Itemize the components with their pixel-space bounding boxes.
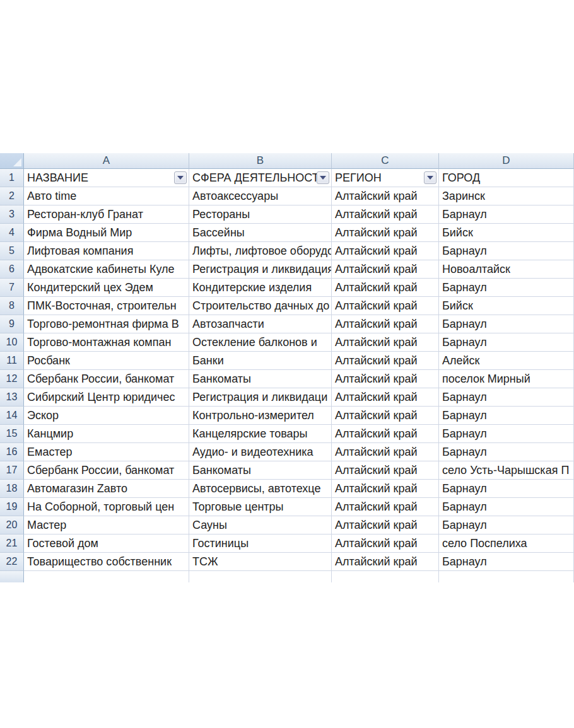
cell-a[interactable]: Торгово-монтажная компан: [24, 333, 189, 352]
row-number[interactable]: 22: [0, 553, 24, 571]
cell-a[interactable]: Емастер: [24, 443, 189, 461]
row-number[interactable]: 12: [0, 370, 24, 388]
header-cell-sfera[interactable]: СФЕРА ДЕЯТЕЛЬНОСТИ: [189, 169, 332, 187]
cell-c[interactable]: Алтайский край: [332, 205, 439, 224]
cell-c[interactable]: Алтайский край: [332, 315, 439, 333]
cell-c[interactable]: Алтайский край: [332, 279, 439, 297]
row-number[interactable]: 2: [0, 187, 24, 205]
cell-a[interactable]: Мастер: [24, 516, 189, 534]
cell-b[interactable]: Автозапчасти: [189, 315, 332, 333]
cell-a[interactable]: Авто time: [24, 187, 189, 205]
cell-b[interactable]: Сауны: [189, 516, 332, 534]
cell-d[interactable]: Барнаул: [439, 388, 574, 407]
cell-d[interactable]: Алейск: [439, 352, 574, 370]
cell-b[interactable]: Банкоматы: [189, 461, 332, 480]
cell-d[interactable]: Барнаул: [439, 407, 574, 425]
cell-b[interactable]: [189, 571, 332, 582]
cell-b[interactable]: Бассейны: [189, 224, 332, 242]
row-number[interactable]: 18: [0, 480, 24, 498]
cell-d[interactable]: Барнаул: [439, 553, 574, 571]
cell-b[interactable]: Строительство дачных до: [189, 297, 332, 315]
cell-d[interactable]: Барнаул: [439, 498, 574, 516]
row-number[interactable]: 10: [0, 333, 24, 352]
cell-d[interactable]: Барнаул: [439, 333, 574, 352]
cell-c[interactable]: Алтайский край: [332, 443, 439, 461]
cell-b[interactable]: ТСЖ: [189, 553, 332, 571]
row-number[interactable]: 7: [0, 279, 24, 297]
cell-b[interactable]: Автоаксессуары: [189, 187, 332, 205]
cell-d[interactable]: Барнаул: [439, 205, 574, 224]
cell-d[interactable]: село Поспелиха: [439, 534, 574, 553]
cell-c[interactable]: [332, 571, 439, 582]
cell-d[interactable]: Барнаул: [439, 443, 574, 461]
filter-button[interactable]: [424, 171, 436, 184]
row-number[interactable]: 19: [0, 498, 24, 516]
cell-c[interactable]: Алтайский край: [332, 480, 439, 498]
row-number[interactable]: 15: [0, 425, 24, 443]
header-cell-nazvanie[interactable]: НАЗВАНИЕ: [24, 169, 189, 187]
cell-b[interactable]: Банки: [189, 352, 332, 370]
row-number[interactable]: 5: [0, 242, 24, 260]
row-number[interactable]: 8: [0, 297, 24, 315]
cell-b[interactable]: Регистрация и ликвидация: [189, 260, 332, 279]
cell-a[interactable]: Сибирский Центр юридичес: [24, 388, 189, 407]
cell-b[interactable]: Кондитерские изделия: [189, 279, 332, 297]
row-number[interactable]: 3: [0, 205, 24, 224]
cell-d[interactable]: Заринск: [439, 187, 574, 205]
cell-a[interactable]: Фирма Водный Мир: [24, 224, 189, 242]
cell-a[interactable]: Сбербанк России, банкомат: [24, 461, 189, 480]
cell-b[interactable]: Рестораны: [189, 205, 332, 224]
cell-a[interactable]: [24, 571, 189, 582]
cell-d[interactable]: Барнаул: [439, 480, 574, 498]
cell-d[interactable]: поселок Мирный: [439, 370, 574, 388]
cell-c[interactable]: Алтайский край: [332, 224, 439, 242]
cell-c[interactable]: Алтайский край: [332, 187, 439, 205]
cell-d[interactable]: Барнаул: [439, 315, 574, 333]
row-number[interactable]: 1: [0, 169, 24, 187]
row-number[interactable]: 9: [0, 315, 24, 333]
cell-b[interactable]: Аудио- и видеотехника: [189, 443, 332, 461]
row-number[interactable]: 21: [0, 534, 24, 553]
cell-d[interactable]: [439, 571, 574, 582]
cell-b[interactable]: Торговые центры: [189, 498, 332, 516]
cell-b[interactable]: Гостиницы: [189, 534, 332, 553]
cell-a[interactable]: ПМК-Восточная, строительн: [24, 297, 189, 315]
cell-a[interactable]: Товарищество собственник: [24, 553, 189, 571]
cell-d[interactable]: Бийск: [439, 224, 574, 242]
cell-a[interactable]: Адвокатские кабинеты Куле: [24, 260, 189, 279]
cell-b[interactable]: Банкоматы: [189, 370, 332, 388]
cell-c[interactable]: Алтайский край: [332, 260, 439, 279]
cell-b[interactable]: Контрольно-измерител: [189, 407, 332, 425]
row-number[interactable]: 4: [0, 224, 24, 242]
cell-c[interactable]: Алтайский край: [332, 297, 439, 315]
cell-a[interactable]: Канцмир: [24, 425, 189, 443]
cell-a[interactable]: Сбербанк России, банкомат: [24, 370, 189, 388]
header-cell-gorod[interactable]: ГОРОД: [439, 169, 574, 187]
cell-d[interactable]: Барнаул: [439, 425, 574, 443]
row-number[interactable]: 13: [0, 388, 24, 407]
cell-c[interactable]: Алтайский край: [332, 553, 439, 571]
cell-d[interactable]: село Усть-Чарышская П: [439, 461, 574, 480]
select-all-corner[interactable]: [0, 153, 24, 169]
filter-button[interactable]: [174, 171, 187, 184]
column-header-b[interactable]: B: [189, 153, 332, 169]
cell-a[interactable]: Кондитерский цех Эдем: [24, 279, 189, 297]
column-header-a[interactable]: A: [24, 153, 189, 169]
cell-b[interactable]: Остекление балконов и: [189, 333, 332, 352]
row-number[interactable]: [0, 571, 24, 582]
column-header-c[interactable]: C: [332, 153, 439, 169]
cell-d[interactable]: Бийск: [439, 297, 574, 315]
cell-c[interactable]: Алтайский край: [332, 534, 439, 553]
row-number[interactable]: 17: [0, 461, 24, 480]
cell-d[interactable]: Барнаул: [439, 516, 574, 534]
column-header-d[interactable]: D: [439, 153, 574, 169]
cell-c[interactable]: Алтайский край: [332, 516, 439, 534]
cell-d[interactable]: Барнаул: [439, 279, 574, 297]
cell-b[interactable]: Автосервисы, автотехце: [189, 480, 332, 498]
row-number[interactable]: 14: [0, 407, 24, 425]
row-number[interactable]: 11: [0, 352, 24, 370]
cell-a[interactable]: Автомагазин Zавто: [24, 480, 189, 498]
cell-b[interactable]: Регистрация и ликвидаци: [189, 388, 332, 407]
cell-a[interactable]: На Соборной, торговый цен: [24, 498, 189, 516]
cell-a[interactable]: Гостевой дом: [24, 534, 189, 553]
